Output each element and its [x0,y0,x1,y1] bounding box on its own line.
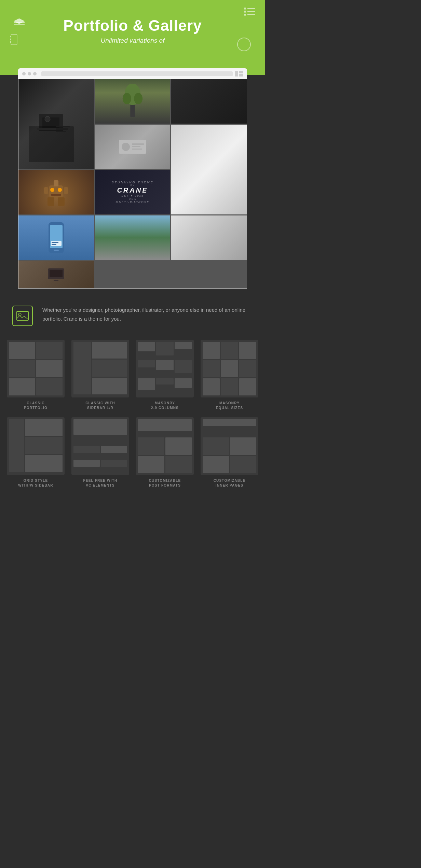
browser-chrome [18,68,247,79]
svg-rect-6 [247,8,255,9]
layout-thumb-custom-post [136,417,194,475]
svg-point-26 [134,93,142,104]
svg-rect-36 [54,180,58,186]
layout-label-classic-portfolio: CLASSICPORTFOLIO [7,401,65,410]
svg-rect-46 [54,250,59,251]
portfolio-item-sketch [171,125,247,214]
svg-rect-7 [247,11,255,12]
svg-rect-38 [64,187,68,194]
browser-dot-3 [33,72,37,75]
svg-rect-49 [54,280,58,281]
portfolio-item-landscape [95,215,171,260]
svg-rect-43 [51,241,62,246]
browser-dot-2 [28,72,31,75]
svg-rect-37 [44,187,48,194]
layout-item-masonry-columns[interactable]: MASONRY2-9 COLUMNS [136,340,194,410]
svg-rect-50 [17,311,28,320]
layout-thumb-free [71,417,129,475]
layout-item-classic-sidebar[interactable]: CLASSIC WITHSIDEBAR L/R [71,340,129,410]
svg-point-28 [122,143,130,151]
image-icon [12,306,33,326]
browser-address-bar [41,71,233,76]
svg-point-3 [244,8,246,10]
portfolio-item-phone-dark [171,79,247,124]
svg-rect-30 [132,146,140,147]
svg-rect-45 [52,244,56,245]
image-icon-svg [16,311,29,321]
browser-screen: STUNNING THEME BY CRANE EST ✦ 2015 USA M… [18,79,247,289]
portfolio-item-stationery [18,79,94,169]
layout-label-masonry-equal: MASONRYEQUAL SIZES [201,401,258,410]
layout-item-masonry-equal[interactable]: MASONRYEQUAL SIZES [201,340,258,410]
notebook-icon [10,34,18,45]
svg-point-34 [58,188,62,192]
layout-thumb-masonry [136,340,194,397]
tv-illustration [47,268,65,281]
portfolio-item-card [95,125,171,169]
layout-thumb-grid-sidebar [7,417,65,475]
layout-item-classic-portfolio[interactable]: CLASSICPORTFOLIO [7,340,65,410]
main-section: STUNNING THEME BY CRANE EST ✦ 2015 USA M… [0,75,265,502]
circle-decoration [237,38,251,51]
layout-label-masonry-columns: MASONRY2-9 COLUMNS [136,401,194,410]
svg-rect-35 [51,194,61,196]
browser-dot-1 [22,72,26,75]
layout-item-grid-sidebar[interactable]: GRID STYLEWITH/W SIDEBAR [7,417,65,488]
layout-item-feel-free[interactable]: FEEL FREE WITHVC ELEMENTS [71,417,129,488]
svg-rect-22 [56,131,66,132]
hero-subtitle: Unlimited variations of [7,37,258,44]
layouts-section: CLASSICPORTFOLIO CLASSIC WITHSIDEBAR L/R [0,333,265,502]
svg-rect-11 [10,39,11,40]
svg-point-4 [244,11,246,13]
svg-rect-18 [37,128,65,130]
layout-thumb-masonry-eq [201,340,258,397]
svg-rect-29 [132,143,144,145]
card-illustration [119,138,146,155]
svg-rect-13 [235,71,238,76]
robot-illustration [44,177,68,208]
svg-rect-8 [247,14,255,15]
phone-illustration [47,222,66,253]
layers-icon [12,17,26,31]
portfolio-item-interior [171,215,247,260]
svg-point-25 [123,93,131,104]
svg-rect-14 [239,71,243,73]
svg-rect-40 [58,197,65,206]
layout-item-inner-pages[interactable]: CUSTOMIZABLEINNER PAGES [201,417,258,488]
browser-icon [235,71,243,76]
layout-label-inner-pages: CUSTOMIZABLEINNER PAGES [201,478,258,488]
portfolio-item-robot [18,170,94,214]
layout-label-feel-free: FEEL FREE WITHVC ELEMENTS [71,478,129,488]
svg-rect-10 [10,36,11,37]
layout-label-classic-sidebar: CLASSIC WITHSIDEBAR L/R [71,401,129,410]
layout-thumb-inner [201,417,258,475]
svg-rect-21 [56,128,68,130]
layout-thumb-classic [7,340,65,397]
svg-rect-9 [11,34,17,45]
layout-label-grid-sidebar: GRID STYLEWITH/W SIDEBAR [7,478,65,488]
portfolio-grid: STUNNING THEME BY CRANE EST ✦ 2015 USA M… [18,79,247,288]
svg-point-19 [45,116,50,122]
svg-rect-31 [132,149,142,150]
browser-mockup: STUNNING THEME BY CRANE EST ✦ 2015 USA M… [18,68,247,289]
portfolio-item-mobile-app [18,215,94,260]
portfolio-item-plant [95,79,171,124]
layout-item-custom-post[interactable]: CUSTOMIZABLEPOST FORMATS [136,417,194,488]
description-text: Whether you're a designer, phototographe… [42,306,253,323]
hero-section: Portfolio & Gallery Unlimited variations… [0,0,265,75]
svg-rect-15 [239,74,243,76]
svg-point-33 [50,188,54,192]
svg-rect-1 [14,24,25,25]
layout-label-custom-post: CUSTOMIZABLEPOST FORMATS [136,478,194,488]
svg-rect-44 [52,242,58,243]
stationery-illustration [36,107,77,141]
plant-illustration [122,84,143,118]
layouts-grid: CLASSICPORTFOLIO CLASSIC WITHSIDEBAR L/R [7,340,258,488]
svg-rect-20 [56,126,70,127]
layout-thumb-sidebar [71,340,129,397]
portfolio-item-crane-logo: STUNNING THEME BY CRANE EST ✦ 2015 USA M… [95,170,171,214]
svg-rect-48 [50,270,63,277]
page-title: Portfolio & Gallery [7,17,258,34]
svg-rect-12 [10,41,11,43]
svg-point-5 [244,14,246,16]
